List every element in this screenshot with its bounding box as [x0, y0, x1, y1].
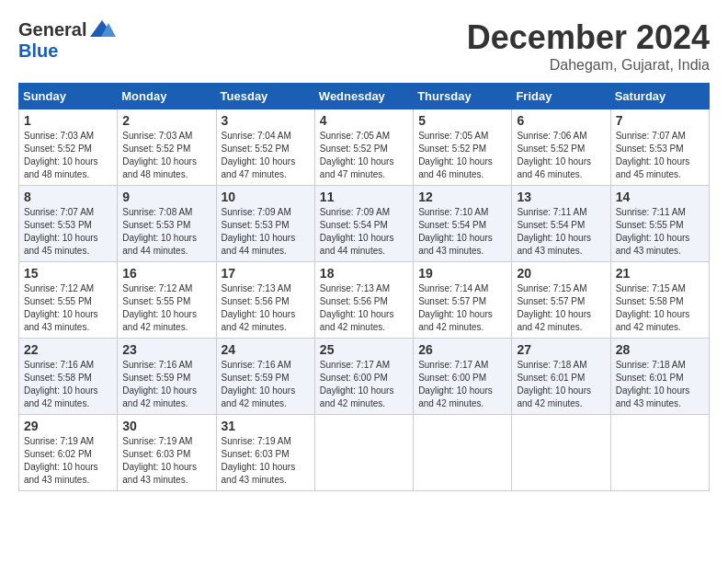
col-thursday: Thursday	[414, 84, 512, 109]
day-info: Sunrise: 7:19 AMSunset: 6:03 PMDaylight:…	[222, 436, 296, 485]
day-info: Sunrise: 7:11 AMSunset: 5:55 PMDaylight:…	[616, 207, 690, 256]
day-info: Sunrise: 7:18 AMSunset: 6:01 PMDaylight:…	[616, 360, 690, 408]
table-row: 8 Sunrise: 7:07 AMSunset: 5:53 PMDayligh…	[19, 186, 118, 262]
month-title: December 2024	[467, 18, 710, 57]
day-info: Sunrise: 7:19 AMSunset: 6:03 PMDaylight:…	[122, 436, 197, 485]
day-info: Sunrise: 7:15 AMSunset: 5:58 PMDaylight:…	[616, 283, 690, 332]
table-row: 4 Sunrise: 7:05 AMSunset: 5:52 PMDayligh…	[314, 109, 413, 186]
day-info: Sunrise: 7:12 AMSunset: 5:55 PMDaylight:…	[24, 283, 98, 332]
day-info: Sunrise: 7:16 AMSunset: 5:59 PMDaylight:…	[222, 360, 296, 408]
logo-blue-text: Blue	[18, 40, 58, 62]
table-row: 2 Sunrise: 7:03 AMSunset: 5:52 PMDayligh…	[118, 109, 216, 186]
day-info: Sunrise: 7:05 AMSunset: 5:52 PMDaylight:…	[418, 131, 493, 179]
table-row: 17 Sunrise: 7:13 AMSunset: 5:56 PMDaylig…	[216, 262, 314, 339]
calendar-table: Sunday Monday Tuesday Wednesday Thursday…	[18, 83, 710, 491]
logo-general-text: General	[18, 19, 86, 40]
day-number: 1	[24, 113, 112, 128]
day-number: 20	[517, 266, 605, 281]
day-number: 24	[222, 342, 310, 357]
col-monday: Monday	[118, 84, 216, 109]
day-info: Sunrise: 7:09 AMSunset: 5:54 PMDaylight:…	[320, 207, 394, 256]
day-number: 14	[616, 190, 704, 204]
table-row: 7 Sunrise: 7:07 AMSunset: 5:53 PMDayligh…	[610, 109, 709, 186]
day-info: Sunrise: 7:14 AMSunset: 5:57 PMDaylight:…	[418, 283, 493, 332]
col-sunday: Sunday	[19, 84, 118, 109]
table-row: 19 Sunrise: 7:14 AMSunset: 5:57 PMDaylig…	[414, 262, 512, 339]
table-row: 30 Sunrise: 7:19 AMSunset: 6:03 PMDaylig…	[118, 415, 216, 491]
page-header: General Blue December 2024 Dahegam, Guja…	[18, 18, 710, 74]
day-number: 16	[122, 266, 210, 281]
day-info: Sunrise: 7:18 AMSunset: 6:01 PMDaylight:…	[517, 360, 591, 408]
table-row: 9 Sunrise: 7:08 AMSunset: 5:53 PMDayligh…	[118, 186, 216, 262]
day-info: Sunrise: 7:16 AMSunset: 5:58 PMDaylight:…	[24, 360, 98, 408]
day-number: 11	[320, 190, 408, 204]
day-info: Sunrise: 7:09 AMSunset: 5:53 PMDaylight:…	[222, 207, 296, 256]
calendar-row: 15 Sunrise: 7:12 AMSunset: 5:55 PMDaylig…	[19, 262, 710, 339]
table-row: 31 Sunrise: 7:19 AMSunset: 6:03 PMDaylig…	[216, 415, 314, 491]
day-number: 22	[24, 342, 112, 357]
day-info: Sunrise: 7:03 AMSunset: 5:52 PMDaylight:…	[24, 131, 98, 179]
day-info: Sunrise: 7:17 AMSunset: 6:00 PMDaylight:…	[418, 360, 493, 408]
day-info: Sunrise: 7:05 AMSunset: 5:52 PMDaylight:…	[320, 131, 394, 179]
table-row	[314, 415, 413, 491]
table-row: 25 Sunrise: 7:17 AMSunset: 6:00 PMDaylig…	[314, 339, 413, 415]
day-info: Sunrise: 7:13 AMSunset: 5:56 PMDaylight:…	[320, 283, 394, 332]
title-section: December 2024 Dahegam, Gujarat, India	[467, 18, 710, 74]
table-row: 21 Sunrise: 7:15 AMSunset: 5:58 PMDaylig…	[610, 262, 709, 339]
day-info: Sunrise: 7:19 AMSunset: 6:02 PMDaylight:…	[24, 436, 98, 485]
table-row	[512, 415, 610, 491]
table-row: 3 Sunrise: 7:04 AMSunset: 5:52 PMDayligh…	[216, 109, 314, 186]
table-row: 11 Sunrise: 7:09 AMSunset: 5:54 PMDaylig…	[314, 186, 413, 262]
table-row: 20 Sunrise: 7:15 AMSunset: 5:57 PMDaylig…	[512, 262, 610, 339]
day-number: 10	[222, 190, 310, 204]
table-row: 24 Sunrise: 7:16 AMSunset: 5:59 PMDaylig…	[216, 339, 314, 415]
day-number: 18	[320, 266, 408, 281]
table-row: 28 Sunrise: 7:18 AMSunset: 6:01 PMDaylig…	[610, 339, 709, 415]
calendar-header-row: Sunday Monday Tuesday Wednesday Thursday…	[19, 84, 710, 109]
day-number: 17	[222, 266, 310, 281]
day-info: Sunrise: 7:17 AMSunset: 6:00 PMDaylight:…	[320, 360, 394, 408]
day-number: 4	[320, 113, 408, 128]
day-info: Sunrise: 7:07 AMSunset: 5:53 PMDaylight:…	[616, 131, 690, 179]
day-number: 26	[418, 342, 506, 357]
table-row: 1 Sunrise: 7:03 AMSunset: 5:52 PMDayligh…	[19, 109, 118, 186]
day-info: Sunrise: 7:12 AMSunset: 5:55 PMDaylight:…	[122, 283, 197, 332]
day-number: 19	[418, 266, 506, 281]
table-row: 29 Sunrise: 7:19 AMSunset: 6:02 PMDaylig…	[19, 415, 118, 491]
day-info: Sunrise: 7:07 AMSunset: 5:53 PMDaylight:…	[24, 207, 98, 256]
calendar-row: 8 Sunrise: 7:07 AMSunset: 5:53 PMDayligh…	[19, 186, 710, 262]
col-friday: Friday	[512, 84, 610, 109]
day-number: 8	[24, 190, 112, 204]
day-number: 3	[222, 113, 310, 128]
day-info: Sunrise: 7:10 AMSunset: 5:54 PMDaylight:…	[418, 207, 493, 256]
logo: General Blue	[18, 18, 116, 62]
table-row: 18 Sunrise: 7:13 AMSunset: 5:56 PMDaylig…	[314, 262, 413, 339]
table-row	[414, 415, 512, 491]
day-number: 30	[122, 419, 210, 433]
day-number: 25	[320, 342, 408, 357]
table-row: 15 Sunrise: 7:12 AMSunset: 5:55 PMDaylig…	[19, 262, 118, 339]
day-number: 28	[616, 342, 704, 357]
day-number: 12	[418, 190, 506, 204]
day-info: Sunrise: 7:06 AMSunset: 5:52 PMDaylight:…	[517, 131, 591, 179]
logo-icon	[88, 18, 116, 40]
table-row: 22 Sunrise: 7:16 AMSunset: 5:58 PMDaylig…	[19, 339, 118, 415]
calendar-row: 29 Sunrise: 7:19 AMSunset: 6:02 PMDaylig…	[19, 415, 710, 491]
day-info: Sunrise: 7:04 AMSunset: 5:52 PMDaylight:…	[222, 131, 296, 179]
day-number: 2	[122, 113, 210, 128]
calendar-row: 1 Sunrise: 7:03 AMSunset: 5:52 PMDayligh…	[19, 109, 710, 186]
calendar-row: 22 Sunrise: 7:16 AMSunset: 5:58 PMDaylig…	[19, 339, 710, 415]
day-number: 23	[122, 342, 210, 357]
col-tuesday: Tuesday	[216, 84, 314, 109]
col-saturday: Saturday	[610, 84, 709, 109]
day-number: 7	[616, 113, 704, 128]
day-number: 6	[517, 113, 605, 128]
day-number: 5	[418, 113, 506, 128]
day-number: 9	[122, 190, 210, 204]
table-row: 13 Sunrise: 7:11 AMSunset: 5:54 PMDaylig…	[512, 186, 610, 262]
table-row: 6 Sunrise: 7:06 AMSunset: 5:52 PMDayligh…	[512, 109, 610, 186]
table-row: 14 Sunrise: 7:11 AMSunset: 5:55 PMDaylig…	[610, 186, 709, 262]
table-row: 5 Sunrise: 7:05 AMSunset: 5:52 PMDayligh…	[414, 109, 512, 186]
table-row: 27 Sunrise: 7:18 AMSunset: 6:01 PMDaylig…	[512, 339, 610, 415]
table-row: 26 Sunrise: 7:17 AMSunset: 6:00 PMDaylig…	[414, 339, 512, 415]
